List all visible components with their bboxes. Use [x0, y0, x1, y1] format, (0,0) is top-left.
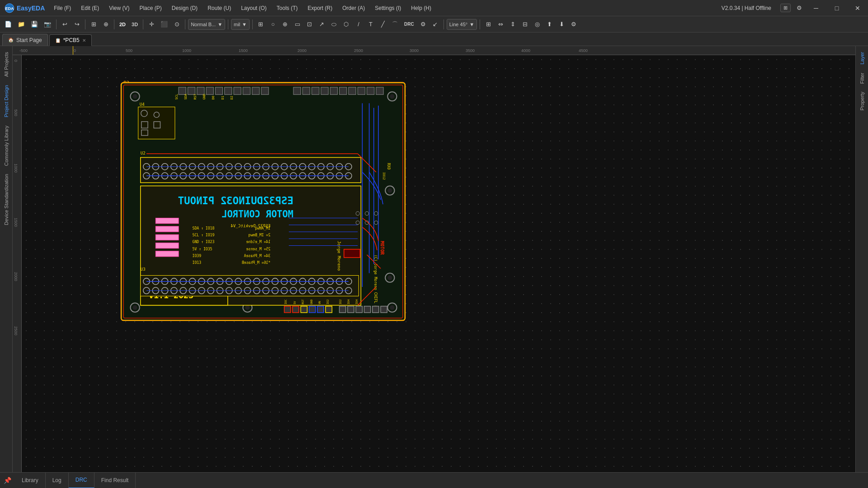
sidebar-item-layer[interactable]: Layer — [858, 48, 867, 68]
arc2-button[interactable]: ⌒ — [390, 19, 401, 30]
sidebar-item-project-design[interactable]: Project Design — [2, 81, 11, 121]
svg-text:D2: D2 — [230, 96, 234, 100]
maximize-button[interactable]: □ — [826, 0, 847, 16]
sidebar-item-property[interactable]: Property — [858, 88, 867, 114]
sidebar-item-all-projects[interactable]: All Projects — [2, 48, 11, 80]
new-button[interactable]: 📄 — [2, 19, 14, 30]
version-badge: ⊞ — [780, 4, 791, 12]
svg-rect-30 — [234, 87, 241, 94]
svg-point-17 — [245, 305, 250, 310]
menu-export[interactable]: Export (R) — [303, 3, 337, 14]
circle-button[interactable]: ○ — [268, 19, 278, 30]
svg-text:VN: VN — [318, 301, 321, 305]
undo-button[interactable]: ↩ — [59, 19, 70, 30]
settings-icon[interactable]: ⚙ — [793, 5, 806, 11]
bottom-tab-drc[interactable]: DRC — [69, 473, 94, 488]
snap2-button[interactable]: ⊕ — [280, 19, 291, 30]
pin-icon[interactable]: 📌 — [0, 477, 15, 484]
sidebar-item-library[interactable]: Commonly Library — [2, 122, 11, 169]
svg-rect-31 — [243, 87, 250, 94]
view-dropdown[interactable]: Normal B... ▼ — [188, 19, 225, 30]
svg-text:RST: RST — [193, 94, 197, 100]
u3-label: U3 — [141, 267, 146, 272]
view-2d[interactable]: 2D — [117, 19, 128, 30]
svg-rect-25 — [188, 87, 195, 94]
cursor-button[interactable]: ✛ — [146, 19, 157, 30]
menu-tools[interactable]: Tools (T) — [272, 3, 302, 14]
canvas-area[interactable]: P3 U4 — [22, 55, 855, 480]
pin-5v: 5V ↑ IO35 — [193, 247, 212, 251]
align1-button[interactable]: ⊟ — [519, 19, 530, 30]
menu-help[interactable]: Help (H) — [406, 3, 436, 14]
redo-button[interactable]: ↪ — [71, 19, 82, 30]
menu-file[interactable]: File (F) — [49, 3, 75, 14]
svg-rect-168 — [340, 306, 346, 313]
tab-bar: 🏠 Start Page 📋 *PCB5 ✕ — [0, 33, 868, 46]
export2-button[interactable]: ⬇ — [556, 19, 567, 30]
line-button[interactable]: ╱ — [377, 19, 388, 30]
mirror-button[interactable]: ⇔ — [495, 19, 506, 30]
svg-rect-27 — [206, 87, 213, 94]
unit-dropdown[interactable]: mil ▼ — [231, 19, 250, 30]
drc-text[interactable]: DRC — [402, 19, 416, 30]
arrow-button[interactable]: ↗ — [316, 19, 327, 30]
ruler-mark-4000: 4000 — [521, 48, 530, 53]
pcb5-close-icon[interactable]: ✕ — [82, 38, 86, 43]
rect-button[interactable]: ▭ — [292, 19, 303, 30]
arc-button[interactable]: / — [353, 19, 364, 30]
minimize-button[interactable]: ─ — [806, 0, 826, 16]
tab-pcb5[interactable]: 📋 *PCB5 ✕ — [49, 34, 92, 46]
poly-button[interactable]: ⬡ — [341, 19, 352, 30]
version-info: V2.0.34 | Half Offline — [715, 5, 778, 11]
svg-rect-39 — [340, 87, 347, 94]
open-button[interactable]: 📁 — [15, 19, 27, 30]
sep8 — [443, 19, 444, 29]
settings2-button[interactable]: ⚙ — [568, 19, 579, 30]
grid-button[interactable]: ⊞ — [88, 19, 99, 30]
svg-rect-107 — [344, 249, 360, 258]
text-button[interactable]: T — [365, 19, 376, 30]
save-button[interactable]: 💾 — [28, 19, 40, 30]
tab-pcb5-label: *PCB5 — [63, 37, 80, 43]
menu-route[interactable]: Route (U) — [203, 3, 236, 14]
grid-view-button[interactable]: ⊞ — [255, 19, 266, 30]
flip-button[interactable]: ⇕ — [507, 19, 518, 30]
close-button[interactable]: ✕ — [847, 0, 868, 16]
sep1 — [56, 19, 57, 29]
io2-label: IO12 — [382, 172, 386, 180]
sidebar-item-filter[interactable]: Filter — [858, 69, 867, 87]
menu-edit[interactable]: Edit (E) — [76, 3, 104, 14]
import-button[interactable]: ⬆ — [544, 19, 555, 30]
hole-button[interactable]: ◎ — [532, 19, 542, 30]
menu-order[interactable]: Order (A) — [338, 3, 369, 14]
copy-button[interactable]: ⊞ — [483, 19, 494, 30]
sep4 — [143, 19, 143, 29]
bottom-tab-library[interactable]: Library — [15, 473, 46, 488]
pad-button[interactable]: ⊙ — [171, 19, 182, 30]
svg-text:SDA: SDA — [184, 94, 188, 100]
svg-rect-106 — [156, 251, 179, 257]
menu-view[interactable]: View (V) — [104, 3, 134, 14]
view-3d[interactable]: 3D — [129, 19, 140, 30]
bottom-tab-find[interactable]: Find Result — [94, 473, 136, 488]
menu-design[interactable]: Design (D) — [167, 3, 202, 14]
route-button[interactable]: ⬛ — [158, 19, 170, 30]
svg-rect-40 — [349, 87, 356, 94]
menu-settings[interactable]: Settings (I) — [370, 3, 406, 14]
oval-button[interactable]: ⬭ — [329, 19, 340, 30]
tab-start-page[interactable]: 🏠 Start Page — [2, 34, 48, 46]
sidebar-item-device[interactable]: Device Standardization — [2, 170, 11, 229]
select-button[interactable]: ⊡ — [304, 19, 315, 30]
bottom-tab-log[interactable]: Log — [46, 473, 69, 488]
svg-rect-42 — [367, 87, 374, 94]
tool2-button[interactable]: ↙ — [430, 19, 441, 30]
svg-rect-28 — [215, 87, 222, 94]
svg-rect-41 — [358, 87, 365, 94]
menu-place[interactable]: Place (P) — [135, 3, 166, 14]
menu-layout[interactable]: Layout (O) — [236, 3, 271, 14]
snap-button[interactable]: ⊕ — [100, 19, 111, 30]
camera-button[interactable]: 📷 — [42, 19, 53, 30]
net-25: 25= M_sense — [246, 247, 270, 251]
angle-dropdown[interactable]: Line 45° ▼ — [447, 19, 477, 30]
tool1-button[interactable]: ⚙ — [418, 19, 429, 30]
